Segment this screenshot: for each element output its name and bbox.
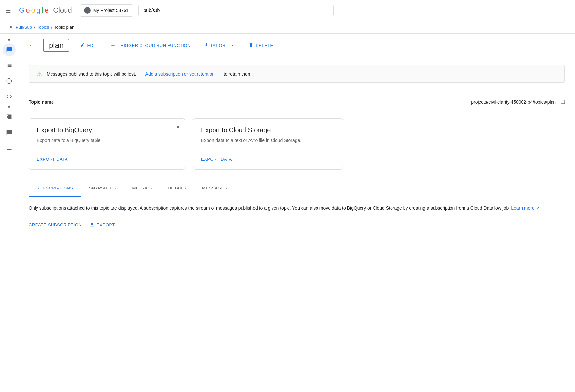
breadcrumb-current: Topic: plan [54, 25, 74, 30]
import-icon [204, 43, 209, 48]
import-label: IMPORT [211, 43, 228, 48]
sidebar-dot-icon [8, 39, 10, 41]
tab-subscriptions[interactable]: SUBSCRIPTIONS [29, 180, 81, 197]
action-bar: ← plan EDIT TRIGGER CLOUD RUN FUNCTION I… [18, 34, 575, 57]
warning-text-after: to retain them. [224, 71, 253, 77]
sidebar-item-code[interactable] [3, 90, 16, 103]
project-icon [84, 7, 91, 14]
sidebar [0, 34, 18, 386]
hamburger-icon[interactable]: ☰ [5, 7, 11, 14]
edit-button[interactable]: EDIT [77, 41, 100, 50]
topic-details: Topic name projects/civil-clarity-450002… [18, 91, 575, 113]
warning-link[interactable]: Add a subscription or set retention [145, 71, 214, 77]
tabs-container: SUBSCRIPTIONS SNAPSHOTS METRICS DETAILS … [18, 180, 575, 197]
tabs: SUBSCRIPTIONS SNAPSHOTS METRICS DETAILS … [29, 180, 565, 197]
cloudstorage-export-button[interactable]: EXPORT DATA [201, 157, 232, 161]
search-input[interactable] [138, 5, 334, 16]
sidebar-item-list[interactable] [3, 59, 16, 72]
warning-text-before: Messages published to this topic will be… [47, 71, 136, 77]
sidebar-item-database[interactable] [3, 110, 16, 123]
bigquery-card: × Export to BigQuery Export data to a Bi… [29, 118, 185, 170]
warning-banner: ⚠ Messages published to this topic will … [29, 65, 565, 83]
cloudstorage-card: Export to Cloud Storage Export data to a… [193, 118, 343, 170]
sidebar-item-menu[interactable] [3, 142, 16, 155]
edit-icon [80, 43, 85, 48]
warning-icon: ⚠ [37, 70, 43, 78]
delete-button[interactable]: DELETE [246, 41, 276, 50]
learn-more-link[interactable]: Learn more ↗ [511, 205, 539, 211]
subscriptions-actions: CREATE SUBSCRIPTION EXPORT [18, 219, 575, 230]
topic-name-label: Topic name [29, 99, 74, 105]
create-subscription-button[interactable]: CREATE SUBSCRIPTION [29, 222, 81, 227]
bigquery-card-close[interactable]: × [176, 124, 180, 131]
copy-icon[interactable]: □ [561, 98, 565, 105]
cloudstorage-card-desc: Export data to a text or Avro file in Cl… [201, 138, 335, 143]
sidebar-item-chat[interactable] [3, 126, 16, 139]
export-icon [89, 222, 95, 227]
tab-details[interactable]: DETAILS [160, 180, 194, 197]
breadcrumb-sep1: / [34, 25, 35, 30]
main-layout: ← plan EDIT TRIGGER CLOUD RUN FUNCTION I… [0, 34, 575, 386]
project-selector[interactable]: My Project 58761 [80, 4, 133, 17]
tab-snapshots[interactable]: SNAPSHOTS [81, 180, 125, 197]
sidebar-dot2-icon [8, 106, 10, 108]
top-nav: ☰ Google Cloud My Project 58761 [0, 0, 575, 21]
breadcrumb-sep2: / [51, 25, 52, 30]
trigger-cloud-run-button[interactable]: TRIGGER CLOUD RUN FUNCTION [108, 41, 193, 50]
project-name: My Project 58761 [93, 8, 129, 13]
subscriptions-content: Only subscriptions attached to this topi… [18, 197, 575, 219]
tab-messages[interactable]: MESSAGES [194, 180, 235, 197]
trigger-label: TRIGGER CLOUD RUN FUNCTION [118, 43, 191, 48]
cloudstorage-card-title: Export to Cloud Storage [201, 126, 335, 134]
import-button[interactable]: IMPORT [201, 41, 238, 50]
page-title: plan [43, 39, 69, 52]
bigquery-card-desc: Export data to a BigQuery table. [37, 138, 177, 143]
sidebar-item-storage[interactable] [3, 75, 16, 88]
edit-label: EDIT [87, 43, 97, 48]
bigquery-export-button[interactable]: EXPORT DATA [37, 157, 68, 161]
delete-label: DELETE [256, 43, 273, 48]
breadcrumb-pubsub[interactable]: Pub/Sub [16, 25, 32, 30]
content-area: ← plan EDIT TRIGGER CLOUD RUN FUNCTION I… [18, 34, 575, 386]
breadcrumb: ✦ Pub/Sub / Topics / Topic: plan [0, 21, 575, 34]
sidebar-item-messages[interactable] [3, 43, 16, 56]
breadcrumb-topics[interactable]: Topics [37, 25, 49, 30]
topic-name-value: projects/civil-clarity-450002-p4/topics/… [471, 99, 556, 105]
export-subscriptions-button[interactable]: EXPORT [89, 222, 115, 227]
pubsub-breadcrumb-icon: ✦ [8, 24, 14, 30]
back-button[interactable]: ← [29, 42, 35, 49]
subscriptions-description: Only subscriptions attached to this topi… [29, 205, 510, 211]
chevron-down-icon [230, 43, 235, 48]
delete-icon [248, 43, 254, 48]
tab-metrics[interactable]: METRICS [124, 180, 160, 197]
bigquery-card-title: Export to BigQuery [37, 126, 177, 134]
google-cloud-logo: Google Cloud [19, 6, 72, 15]
export-cards: × Export to BigQuery Export data to a Bi… [18, 113, 575, 180]
plus-icon [111, 43, 116, 48]
